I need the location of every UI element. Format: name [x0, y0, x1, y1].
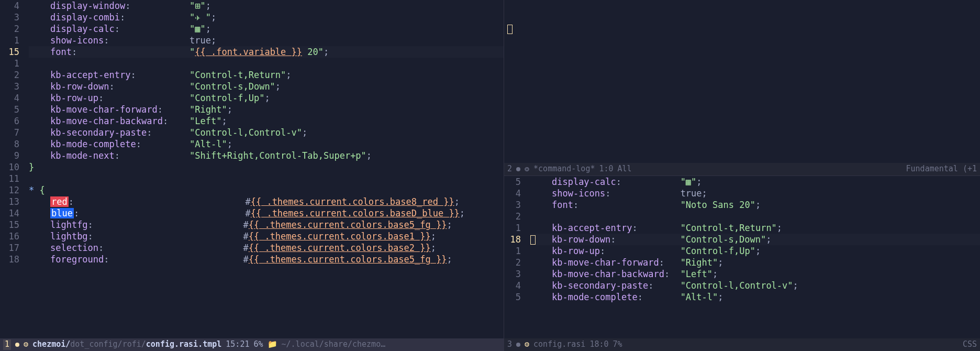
scroll-percent: All [618, 164, 632, 174]
modified-indicator-icon [516, 167, 520, 171]
code-line[interactable]: kb-move-char-forward: "Right"; [530, 257, 980, 268]
folder-icon: 📁 [268, 339, 277, 350]
major-mode: Fundamental (+1 [906, 164, 977, 174]
left-pane: 432115123456789101112131415161718 displa… [0, 0, 504, 351]
code-line[interactable]: } [29, 161, 504, 173]
code-line[interactable]: * { [29, 184, 504, 196]
code-line[interactable]: kb-accept-entry: "Control-t,Return"; [530, 222, 980, 234]
code-line[interactable]: kb-row-up: "Control-f,Up"; [29, 92, 504, 104]
left-code[interactable]: display-window: "⊞"; display-combi: "✈ "… [24, 0, 504, 338]
scroll-percent: 7% [613, 339, 622, 350]
css-icon: ⚙ [24, 339, 28, 350]
window-number: 3 [507, 339, 512, 350]
cursor-icon [507, 25, 513, 34]
code-line[interactable]: kb-mode-complete: "Alt-l"; [29, 138, 504, 150]
code-line[interactable]: kb-secondary-paste: "Control-l,Control-v… [29, 127, 504, 138]
left-gutter: 432115123456789101112131415161718 [0, 0, 24, 338]
code-line[interactable]: kb-move-char-forward: "Right"; [29, 104, 504, 115]
project-path: ~/.local/share/chezmo… [282, 339, 386, 350]
code-line[interactable]: red: #{{ .themes.current.colors.base8_re… [29, 196, 504, 207]
code-line[interactable] [530, 211, 980, 222]
code-line[interactable]: kb-move-char-backward: "Left"; [530, 268, 980, 280]
modified-indicator-icon [516, 343, 520, 347]
code-line[interactable]: display-calc: "▦"; [530, 176, 980, 188]
left-editor[interactable]: 432115123456789101112131415161718 displa… [0, 0, 504, 338]
right-modeline: 3 ⚙ config.rasi 18:0 7% CSS [504, 338, 980, 351]
code-line[interactable]: blue: #{{ .themes.current.colors.baseD_b… [29, 207, 504, 219]
left-modeline: 1 ⚙ chezmoi/dot_config/rofi/config.rasi.… [0, 338, 504, 351]
code-line[interactable]: kb-row-down: "Control-s,Down"; [29, 81, 504, 92]
code-line[interactable] [29, 58, 504, 69]
code-line[interactable] [29, 173, 504, 184]
code-line[interactable]: lightfg: #{{ .themes.current.colors.base… [29, 219, 504, 231]
code-line[interactable]: kb-move-char-backward: "Left"; [29, 115, 504, 127]
command-log-editor[interactable] [504, 0, 980, 163]
cursor-position: 1:0 [599, 164, 613, 174]
buffer-name: *command-log* [533, 164, 595, 174]
window-number: 2 [507, 164, 512, 174]
code-line[interactable]: font: "Noto Sans 20"; [530, 199, 980, 211]
code-line[interactable]: font: "{{ .font.variable }} 20"; [29, 46, 504, 58]
command-log-pane: 2 ❂ *command-log* 1:0 All Fundamental (+… [504, 0, 980, 176]
command-log-content [504, 0, 980, 163]
right-editor[interactable]: 543211812345 display-calc: "▦"; show-ico… [504, 176, 980, 339]
css-icon: ⚙ [525, 339, 529, 350]
code-line[interactable]: kb-accept-entry: "Control-t,Return"; [29, 69, 504, 81]
code-line[interactable]: selection: #{{ .themes.current.colors.ba… [29, 242, 504, 254]
code-line[interactable]: show-icons: true; [29, 35, 504, 46]
right-pane: 2 ❂ *command-log* 1:0 All Fundamental (+… [504, 0, 980, 351]
right-gutter: 543211812345 [504, 176, 525, 339]
window-number: 1 [3, 339, 11, 350]
code-line[interactable]: show-icons: true; [530, 188, 980, 199]
swirl-icon: ❂ [525, 164, 529, 174]
cursor-position: 18:0 [589, 339, 608, 350]
code-line[interactable]: kb-mode-complete: "Alt-l"; [530, 291, 980, 303]
command-log-modeline: 2 ❂ *command-log* 1:0 All Fundamental (+… [504, 163, 980, 176]
scroll-percent: 6% [253, 339, 263, 350]
right-bottom-pane: 543211812345 display-calc: "▦"; show-ico… [504, 176, 980, 352]
code-line[interactable]: lightbg: #{{ .themes.current.colors.base… [29, 231, 504, 242]
right-code[interactable]: display-calc: "▦"; show-icons: true; fon… [525, 176, 980, 339]
code-line[interactable]: display-calc: "▦"; [29, 23, 504, 35]
code-line[interactable]: kb-secondary-paste: "Control-l,Control-v… [530, 280, 980, 291]
code-line[interactable]: kb-row-up: "Control-f,Up"; [530, 245, 980, 257]
major-mode: CSS [963, 339, 977, 350]
modified-indicator-icon [15, 343, 19, 347]
file-name: config.rasi [533, 339, 585, 350]
code-line[interactable]: foreground: #{{ .themes.current.colors.b… [29, 254, 504, 265]
code-line[interactable]: kb-row-down: "Control-s,Down"; [530, 234, 980, 245]
cursor-position: 15:21 [226, 339, 249, 350]
file-path: chezmoi/dot_config/rofi/config.rasi.tmpl [32, 339, 221, 350]
code-line[interactable]: display-combi: "✈ "; [29, 12, 504, 23]
code-line[interactable]: kb-mode-next: "Shift+Right,Control-Tab,S… [29, 150, 504, 161]
code-line[interactable]: display-window: "⊞"; [29, 0, 504, 12]
